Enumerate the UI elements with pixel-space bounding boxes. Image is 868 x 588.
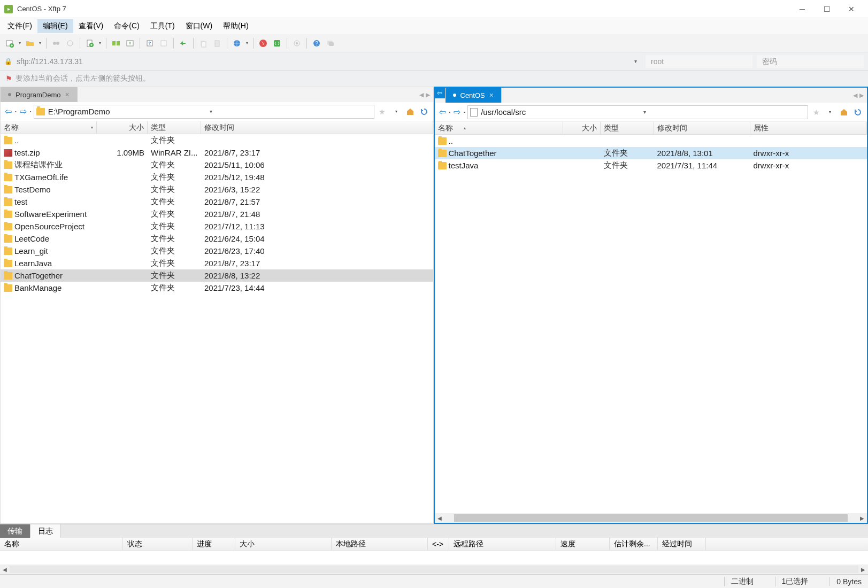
nav-forward-icon[interactable]: ⇨ bbox=[19, 106, 28, 117]
col-type[interactable]: 类型 bbox=[601, 122, 654, 134]
col-size[interactable]: 大小 bbox=[563, 122, 601, 134]
remote-path-box[interactable]: /usr/local/src ▾ bbox=[467, 105, 808, 119]
col-name[interactable]: 名称▴ bbox=[435, 122, 563, 134]
globe-icon[interactable] bbox=[231, 37, 243, 50]
bookmark-dropdown[interactable]: ▾ bbox=[824, 106, 836, 118]
close-tab-icon[interactable]: × bbox=[489, 91, 494, 99]
open-session-dropdown[interactable]: ▾ bbox=[37, 41, 43, 45]
sync-folders-icon[interactable] bbox=[110, 37, 122, 50]
nav-back-icon[interactable]: ⇦ bbox=[4, 106, 13, 117]
path-dropdown-icon[interactable]: ▾ bbox=[210, 109, 371, 114]
username-field[interactable] bbox=[646, 55, 752, 68]
home-icon[interactable] bbox=[404, 106, 416, 118]
file-row[interactable]: ChatTogether文件夹2021/8/8, 13:01drwxr-xr-x bbox=[435, 147, 867, 159]
transfer-col-4[interactable]: 本地路径 bbox=[332, 538, 428, 550]
nav-back-icon[interactable]: ⇦ bbox=[438, 107, 447, 117]
menu-6[interactable]: 帮助(H) bbox=[218, 19, 254, 33]
transfer-col-9[interactable]: 经过时间 bbox=[658, 538, 706, 550]
menu-5[interactable]: 窗口(W) bbox=[180, 19, 218, 33]
transfer-col-0[interactable]: 名称 bbox=[0, 538, 123, 550]
file-row[interactable]: test文件夹2021/8/7, 21:57 bbox=[1, 196, 433, 208]
remote-file-list[interactable]: ..ChatTogether文件夹2021/8/8, 13:01drwxr-xr… bbox=[435, 135, 867, 513]
menu-1[interactable]: 编辑(E) bbox=[37, 19, 73, 33]
paste-icon[interactable] bbox=[211, 37, 224, 50]
minimize-button[interactable]: ─ bbox=[790, 1, 815, 17]
reconnect-icon[interactable] bbox=[64, 37, 76, 50]
compare-icon[interactable] bbox=[124, 37, 136, 50]
new-session-dropdown[interactable]: ▾ bbox=[17, 41, 22, 45]
col-type[interactable]: 类型 bbox=[148, 121, 201, 134]
tab-scroll-left-icon[interactable]: ◀ bbox=[853, 92, 857, 99]
open-session-icon[interactable] bbox=[24, 37, 36, 50]
refresh-icon[interactable] bbox=[418, 106, 430, 118]
file-row[interactable]: 课程结课作业文件夹2021/5/11, 10:06 bbox=[1, 159, 433, 171]
file-row[interactable]: OpenSourceProject文件夹2021/7/12, 11:13 bbox=[1, 220, 433, 233]
file-row[interactable]: LearnJava文件夹2021/8/7, 23:17 bbox=[1, 257, 433, 269]
remote-tab[interactable]: CentOS × bbox=[445, 88, 502, 103]
transfer-list[interactable] bbox=[0, 551, 868, 564]
tab-scroll-right-icon[interactable]: ▶ bbox=[426, 91, 430, 98]
file-row[interactable]: BankManage文件夹2021/7/23, 14:44 bbox=[1, 282, 433, 294]
address-url[interactable]: sftp://121.43.173.31 bbox=[17, 57, 630, 66]
settings-icon[interactable] bbox=[290, 37, 303, 50]
xftp-icon[interactable] bbox=[271, 37, 283, 50]
transfer-col-5[interactable]: <-> bbox=[428, 538, 449, 550]
file-row[interactable]: TestDemo文件夹2021/6/3, 15:22 bbox=[1, 183, 433, 196]
file-row[interactable]: LeetCode文件夹2021/6/24, 15:04 bbox=[1, 233, 433, 245]
tab-scroll-left-icon[interactable]: ◀ bbox=[419, 91, 424, 98]
col-size[interactable]: 大小 bbox=[97, 121, 148, 134]
bottom-tab-0[interactable]: 传输 bbox=[0, 524, 30, 538]
new-session-icon[interactable] bbox=[3, 37, 16, 50]
bookmark-icon[interactable]: ★ bbox=[810, 106, 822, 118]
col-name[interactable]: 名称▾ bbox=[1, 121, 97, 134]
download-icon[interactable] bbox=[157, 37, 170, 50]
transfer-col-8[interactable]: 估计剩余... bbox=[610, 538, 658, 550]
path-dropdown-icon[interactable]: ▾ bbox=[643, 109, 805, 115]
file-row[interactable]: ..文件夹 bbox=[1, 134, 433, 146]
file-row[interactable]: ChatTogether文件夹2021/8/8, 13:22 bbox=[1, 269, 433, 282]
help-icon[interactable]: ? bbox=[310, 37, 323, 50]
bottom-tab-1[interactable]: 日志 bbox=[30, 524, 61, 538]
file-row[interactable]: Learn_git文件夹2021/6/23, 17:40 bbox=[1, 245, 433, 257]
transfer-col-2[interactable]: 进度 bbox=[193, 538, 235, 550]
maximize-button[interactable]: ☐ bbox=[815, 1, 839, 17]
transfer-col-7[interactable]: 速度 bbox=[556, 538, 610, 550]
nav-forward-icon[interactable]: ⇨ bbox=[452, 107, 462, 117]
col-modified[interactable]: 修改时间 bbox=[201, 121, 433, 134]
address-dropdown[interactable]: ▾ bbox=[634, 58, 637, 64]
copy-icon[interactable] bbox=[197, 37, 210, 50]
refresh-icon[interactable] bbox=[852, 106, 864, 118]
close-tab-icon[interactable]: × bbox=[65, 90, 70, 99]
bookmark-icon[interactable]: ★ bbox=[377, 106, 388, 118]
menu-3[interactable]: 命令(C) bbox=[109, 19, 144, 33]
transfer-col-6[interactable]: 远程路径 bbox=[449, 538, 556, 550]
home-icon[interactable] bbox=[838, 106, 850, 118]
file-row[interactable]: testJava文件夹2021/7/31, 11:44drwxr-xr-x bbox=[435, 159, 867, 172]
transfer-left-badge-icon[interactable]: ⇦ bbox=[434, 88, 445, 98]
forum-icon[interactable] bbox=[324, 37, 337, 50]
file-row[interactable]: SoftwareExperiment文件夹2021/8/7, 21:48 bbox=[1, 208, 433, 220]
new-file-icon[interactable] bbox=[83, 37, 96, 50]
transfer-col-3[interactable]: 大小 bbox=[235, 538, 332, 550]
menu-4[interactable]: 工具(T) bbox=[145, 19, 180, 33]
local-file-list[interactable]: ..文件夹test.zip1.09MBWinRAR ZI...2021/8/7,… bbox=[1, 134, 433, 523]
password-field[interactable] bbox=[757, 55, 864, 68]
new-file-dropdown[interactable]: ▾ bbox=[97, 41, 103, 45]
file-row[interactable]: TXGameOfLife文件夹2021/5/12, 19:48 bbox=[1, 171, 433, 183]
tab-scroll-right-icon[interactable]: ▶ bbox=[859, 92, 864, 99]
transfer-hscrollbar[interactable]: ◀▶ bbox=[0, 564, 868, 574]
col-modified[interactable]: 修改时间 bbox=[654, 122, 750, 134]
upload-icon[interactable] bbox=[143, 37, 156, 50]
col-attrs[interactable]: 属性 bbox=[750, 122, 867, 134]
menu-2[interactable]: 查看(V) bbox=[73, 19, 109, 33]
transfer-left-icon[interactable] bbox=[177, 37, 190, 50]
file-row[interactable]: .. bbox=[435, 135, 867, 147]
remote-hscrollbar[interactable]: ◀▶ bbox=[435, 513, 867, 523]
transfer-col-1[interactable]: 状态 bbox=[123, 538, 193, 550]
disconnect-icon[interactable] bbox=[50, 37, 63, 50]
globe-dropdown[interactable]: ▾ bbox=[244, 41, 250, 45]
menu-0[interactable]: 文件(F) bbox=[2, 19, 37, 33]
close-button[interactable]: ✕ bbox=[839, 1, 864, 17]
bookmark-dropdown[interactable]: ▾ bbox=[390, 106, 402, 118]
local-tab[interactable]: ProgramDemo × bbox=[1, 87, 78, 102]
